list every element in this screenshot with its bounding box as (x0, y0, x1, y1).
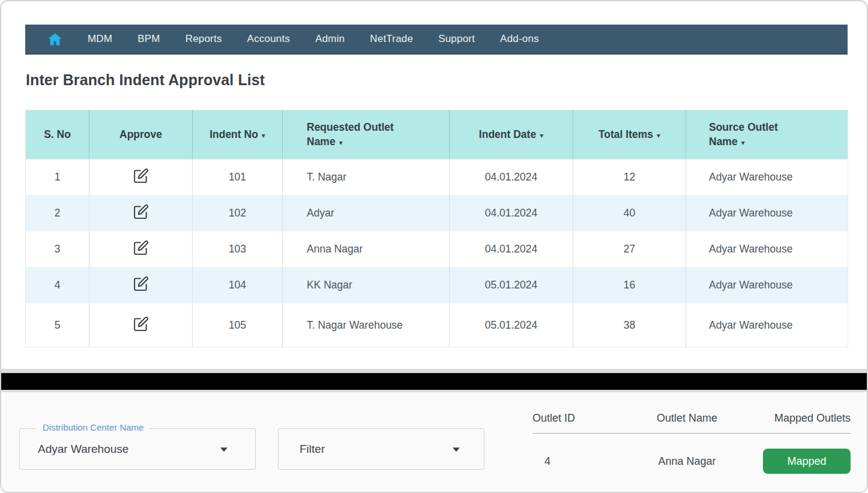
outlet-column-outlet-id: Outlet ID (532, 412, 628, 425)
total-items-cell: 16 (573, 267, 686, 303)
edit-icon[interactable] (133, 204, 149, 220)
outlet-id-value: 4 (532, 455, 628, 468)
edit-icon[interactable] (133, 240, 149, 255)
outlet-mapping-table: Outlet IDOutlet NameMapped Outlets 4 Ann… (532, 412, 851, 474)
requested-outlet-cell: T. Nagar Warehouse (283, 303, 450, 347)
table-row: 2 102Adyar04.01.202440Adyar Warehouse (26, 196, 848, 232)
distribution-center-label: Distribution Center Name (37, 422, 149, 432)
indent-no-cell: 103 (193, 232, 283, 267)
indent-no-cell: 102 (193, 196, 283, 232)
outlet-name-value: Anna Nagar (628, 455, 746, 468)
approve-cell (89, 303, 193, 347)
table-header-row: S. NoApproveIndent No▾Requested Outlet N… (26, 110, 848, 160)
s-no-cell: 4 (26, 267, 89, 303)
mapped-button[interactable]: Mapped (763, 449, 851, 474)
indent-no-cell: 105 (193, 303, 283, 347)
nav-item-mdm[interactable]: MDM (75, 33, 125, 45)
chevron-down-icon (220, 447, 228, 452)
source-outlet-cell: Adyar Warehouse (686, 267, 848, 303)
app-window: MDMBPMReportsAccountsAdminNetTradeSuppor… (0, 0, 868, 493)
nav-item-add-ons[interactable]: Add-ons (487, 33, 552, 45)
distribution-center-select[interactable]: Distribution Center Name Adyar Warehouse (19, 428, 256, 470)
nav-item-reports[interactable]: Reports (173, 33, 235, 45)
filter-select[interactable]: Filter (278, 428, 484, 470)
column-header-approve: Approve (89, 110, 193, 160)
total-items-cell: 38 (573, 303, 686, 347)
edit-icon[interactable] (133, 168, 149, 184)
chevron-down-icon (453, 447, 460, 452)
approve-cell (89, 196, 193, 232)
indent-date-cell: 04.01.2024 (450, 160, 573, 196)
indent-approval-table: S. NoApproveIndent No▾Requested Outlet N… (25, 110, 848, 347)
column-header-total-items[interactable]: Total Items▾ (573, 110, 686, 160)
sort-caret-icon: ▾ (540, 131, 543, 140)
column-header-indent-date[interactable]: Indent Date▾ (450, 110, 573, 160)
outlet-table-row: 4 Anna Nagar Mapped (532, 449, 851, 474)
page-title: Inter Branch Indent Approval List (26, 71, 265, 89)
requested-outlet-cell: KK Nagar (283, 267, 450, 303)
requested-outlet-cell: T. Nagar (283, 160, 450, 196)
approve-cell (89, 267, 193, 303)
sort-caret-icon: ▾ (339, 139, 343, 147)
sort-caret-icon: ▾ (741, 139, 745, 147)
top-nav-bar: MDMBPMReportsAccountsAdminNetTradeSuppor… (25, 25, 848, 55)
indent-date-cell: 04.01.2024 (450, 232, 573, 267)
s-no-cell: 3 (26, 232, 89, 267)
indent-date-cell: 05.01.2024 (450, 303, 573, 347)
indent-date-cell: 04.01.2024 (450, 196, 573, 232)
outlet-mapping-panel: Distribution Center Name Adyar Warehouse… (1, 392, 867, 493)
source-outlet-cell: Adyar Warehouse (686, 196, 848, 232)
source-outlet-cell: Adyar Warehouse (686, 303, 848, 347)
outlet-column-outlet-name: Outlet Name (628, 412, 746, 425)
s-no-cell: 5 (26, 303, 89, 347)
column-header-s-no: S. No (26, 110, 89, 160)
source-outlet-cell: Adyar Warehouse (686, 232, 848, 267)
table-row: 4 104KK Nagar05.01.202416Adyar Warehouse (26, 267, 848, 303)
table-row: 3 103Anna Nagar04.01.202427Adyar Warehou… (26, 232, 848, 267)
nav-menu: MDMBPMReportsAccountsAdminNetTradeSuppor… (75, 33, 552, 45)
s-no-cell: 2 (26, 196, 89, 232)
table-row: 5 105T. Nagar Warehouse05.01.202438Adyar… (26, 303, 848, 347)
approve-cell (89, 160, 193, 196)
column-header-indent-no[interactable]: Indent No▾ (193, 110, 283, 160)
nav-item-support[interactable]: Support (426, 33, 487, 45)
nav-item-admin[interactable]: Admin (303, 33, 357, 45)
indent-date-cell: 05.01.2024 (450, 267, 573, 303)
column-header-requested-outlet-name[interactable]: Requested Outlet Name▾ (283, 110, 450, 160)
outlet-table-header: Outlet IDOutlet NameMapped Outlets (532, 412, 851, 434)
filter-value: Filter (300, 443, 325, 456)
s-no-cell: 1 (26, 160, 89, 196)
indent-no-cell: 104 (193, 267, 283, 303)
source-outlet-cell: Adyar Warehouse (686, 160, 848, 196)
edit-icon[interactable] (133, 316, 149, 332)
nav-item-nettrade[interactable]: NetTrade (357, 33, 426, 45)
column-header-source-outlet-name[interactable]: Source Outlet Name▾ (686, 110, 848, 160)
approve-cell (89, 232, 193, 267)
nav-item-bpm[interactable]: BPM (125, 33, 172, 45)
requested-outlet-cell: Adyar (283, 196, 450, 232)
nav-item-accounts[interactable]: Accounts (235, 33, 303, 45)
total-items-cell: 12 (573, 160, 686, 196)
home-button[interactable] (35, 33, 75, 46)
total-items-cell: 40 (573, 196, 686, 232)
black-divider-bar (1, 373, 867, 390)
sort-caret-icon: ▾ (262, 131, 265, 140)
total-items-cell: 27 (573, 232, 686, 267)
sort-caret-icon: ▾ (657, 131, 660, 140)
indent-no-cell: 101 (193, 160, 283, 196)
home-icon (48, 33, 62, 46)
table-row: 1 101T. Nagar04.01.202412Adyar Warehouse (26, 160, 848, 196)
outlet-column-mapped-outlets: Mapped Outlets (746, 412, 851, 425)
requested-outlet-cell: Anna Nagar (283, 232, 450, 267)
distribution-center-value: Adyar Warehouse (38, 443, 128, 456)
table-body: 1 101T. Nagar04.01.202412Adyar Warehouse… (26, 160, 848, 347)
edit-icon[interactable] (133, 276, 149, 291)
